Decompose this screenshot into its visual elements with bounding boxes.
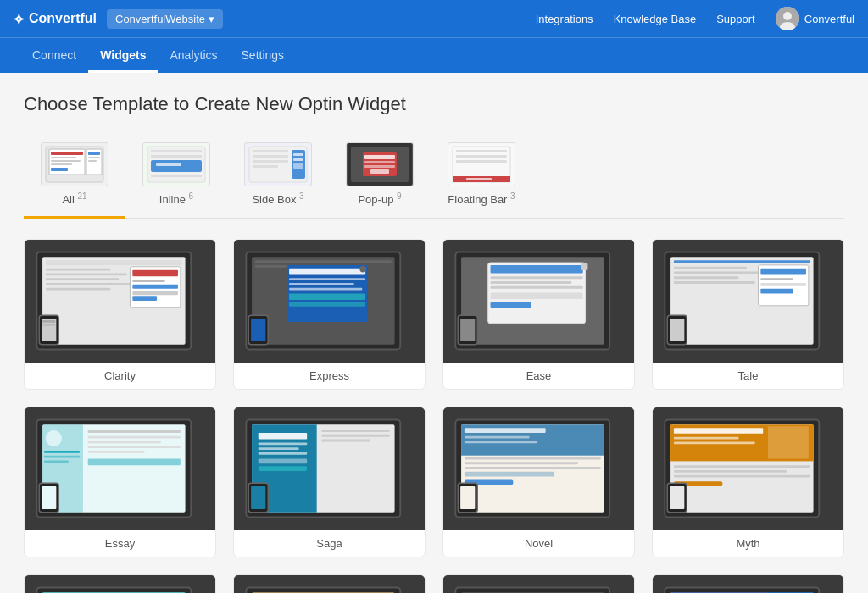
template-saga[interactable]: Saga xyxy=(233,407,426,557)
nav-connect[interactable]: Connect xyxy=(20,40,88,73)
filter-all[interactable]: All 21 xyxy=(24,136,125,219)
template-myth[interactable]: Myth xyxy=(652,407,844,557)
novel-preview xyxy=(443,407,634,530)
knowledge-base-link[interactable]: Knowledge Base xyxy=(614,13,697,25)
svg-rect-86 xyxy=(581,263,588,270)
svg-rect-162 xyxy=(670,486,684,509)
svg-rect-75 xyxy=(251,319,265,341)
svg-rect-112 xyxy=(88,430,181,433)
nav-right: Integrations Knowledge Base Support Conv… xyxy=(536,7,854,30)
svg-rect-35 xyxy=(370,169,389,174)
svg-rect-55 xyxy=(132,291,178,296)
inline-count: 6 xyxy=(189,191,194,201)
template-ease[interactable]: Ease xyxy=(442,239,635,390)
template-express[interactable]: Express xyxy=(233,239,426,390)
svg-rect-39 xyxy=(456,160,507,163)
all-count: 21 xyxy=(77,191,86,201)
filter-floatingbar[interactable]: Floating Bar 3 xyxy=(431,136,532,219)
svg-rect-117 xyxy=(88,459,181,466)
template-clarity[interactable]: Clarity xyxy=(24,239,216,390)
svg-rect-100 xyxy=(760,283,806,286)
svg-rect-83 xyxy=(491,286,583,289)
template-row3a[interactable] xyxy=(24,574,216,593)
svg-rect-131 xyxy=(321,435,389,437)
sidebox-thumb xyxy=(244,142,312,186)
svg-rect-111 xyxy=(44,461,69,463)
template-row3b[interactable] xyxy=(233,574,426,593)
template-novel[interactable]: Novel xyxy=(442,407,635,557)
svg-rect-34 xyxy=(364,165,395,168)
template-row3d[interactable] xyxy=(652,574,844,593)
svg-rect-156 xyxy=(768,427,809,459)
workspace-selector[interactable]: ConvertfulWebsite ▾ xyxy=(107,9,223,29)
essay-preview xyxy=(25,407,215,530)
svg-rect-7 xyxy=(51,160,81,162)
clarity-label: Clarity xyxy=(25,363,215,389)
svg-rect-145 xyxy=(465,472,554,477)
svg-rect-45 xyxy=(46,260,182,265)
svg-rect-128 xyxy=(259,459,307,464)
nav-analytics[interactable]: Analytics xyxy=(158,40,229,73)
nav-settings[interactable]: Settings xyxy=(230,40,297,73)
svg-rect-84 xyxy=(491,293,583,300)
svg-rect-72 xyxy=(289,302,365,307)
template-essay[interactable]: Essay xyxy=(24,407,216,557)
sub-navigation: Connect Widgets Analytics Settings xyxy=(0,37,868,73)
svg-rect-157 xyxy=(674,466,810,468)
svg-rect-12 xyxy=(88,157,100,158)
main-content: Choose Template to Create New Optin Widg… xyxy=(0,73,868,593)
popup-count: 9 xyxy=(397,191,402,201)
tale-label: Tale xyxy=(653,363,843,389)
template-tale[interactable]: Tale xyxy=(652,239,844,390)
inline-label: Inline 6 xyxy=(159,191,193,206)
svg-rect-46 xyxy=(46,269,111,271)
svg-rect-18 xyxy=(156,163,181,166)
svg-rect-124 xyxy=(259,433,307,440)
svg-rect-67 xyxy=(289,269,365,275)
filter-popup[interactable]: Pop-up 9 xyxy=(329,136,431,219)
svg-rect-142 xyxy=(465,457,601,460)
svg-rect-158 xyxy=(674,470,787,473)
svg-rect-21 xyxy=(253,150,288,152)
svg-rect-114 xyxy=(88,441,161,444)
logo-text: Convertful xyxy=(29,11,97,26)
svg-rect-130 xyxy=(321,430,389,432)
svg-rect-9 xyxy=(51,168,68,171)
svg-rect-127 xyxy=(259,452,307,455)
template-row3c[interactable] xyxy=(442,574,635,593)
svg-rect-189 xyxy=(455,588,609,593)
integrations-link[interactable]: Integrations xyxy=(536,13,593,25)
filter-sidebox[interactable]: Side Box 3 xyxy=(227,136,329,219)
row3b-preview xyxy=(234,575,425,593)
nav-widgets[interactable]: Widgets xyxy=(88,40,158,73)
floatingbar-label: Floating Bar 3 xyxy=(448,191,515,206)
svg-rect-108 xyxy=(46,430,62,446)
svg-rect-5 xyxy=(51,152,83,155)
svg-rect-8 xyxy=(51,163,72,165)
svg-rect-50 xyxy=(46,288,111,291)
svg-rect-88 xyxy=(460,319,475,341)
svg-rect-109 xyxy=(44,451,80,453)
sidebox-label: Side Box 3 xyxy=(252,191,303,206)
inline-thumb xyxy=(142,142,210,186)
ease-label: Ease xyxy=(443,363,634,389)
svg-rect-48 xyxy=(46,279,119,281)
svg-rect-16 xyxy=(151,155,202,158)
svg-rect-27 xyxy=(293,158,303,161)
svg-rect-129 xyxy=(259,466,307,471)
avatar xyxy=(776,7,799,30)
popup-label: Pop-up 9 xyxy=(358,191,401,206)
support-link[interactable]: Support xyxy=(716,13,755,25)
myth-label: Myth xyxy=(653,530,843,557)
myth-preview xyxy=(653,407,843,530)
svg-rect-47 xyxy=(46,274,127,276)
filter-inline[interactable]: Inline 6 xyxy=(125,136,227,219)
svg-rect-140 xyxy=(465,436,530,439)
svg-rect-32 xyxy=(364,155,395,159)
svg-rect-19 xyxy=(151,175,202,177)
svg-rect-103 xyxy=(670,319,684,341)
sidebox-count: 3 xyxy=(299,191,304,201)
svg-rect-28 xyxy=(293,163,303,169)
user-menu[interactable]: Convertful xyxy=(776,7,854,30)
svg-rect-141 xyxy=(465,441,537,444)
